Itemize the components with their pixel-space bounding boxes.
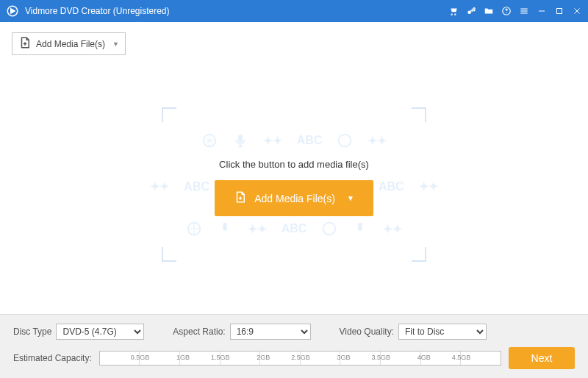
svg-point-1 bbox=[467, 10, 471, 14]
svg-rect-6 bbox=[520, 13, 527, 13]
svg-rect-15 bbox=[359, 223, 363, 231]
svg-rect-10 bbox=[238, 135, 243, 143]
footer: Disc Type DVD-5 (4.7G) Aspect Ratio: 16:… bbox=[0, 314, 588, 378]
svg-rect-13 bbox=[223, 223, 227, 231]
minimize-icon[interactable] bbox=[537, 6, 547, 16]
disc-type-label: Disc Type bbox=[13, 327, 51, 337]
app-title: Vidmore DVD Creator (Unregistered) bbox=[25, 6, 448, 16]
capacity-label: Estimated Capacity: bbox=[13, 353, 92, 363]
capacity-ruler: 0.5GB 1GB 1.5GB 2GB 2.5GB 3GB 3.5GB 4GB … bbox=[99, 351, 501, 365]
titlebar: Vidmore DVD Creator (Unregistered) bbox=[0, 0, 588, 22]
dropzone[interactable]: ✦✦ ABC ✦✦ Click the button to add media … bbox=[162, 107, 426, 262]
menu-icon[interactable] bbox=[519, 6, 529, 16]
svg-rect-8 bbox=[557, 9, 562, 14]
app-logo-icon bbox=[6, 4, 19, 18]
key-icon[interactable] bbox=[466, 6, 476, 16]
corner-marker bbox=[412, 107, 426, 122]
add-media-small-button[interactable]: Add Media File(s) ▼ bbox=[12, 32, 126, 55]
add-media-big-label: Add Media File(s) bbox=[254, 193, 335, 204]
aspect-ratio-select[interactable]: 16:9 bbox=[230, 324, 311, 340]
svg-rect-4 bbox=[520, 9, 527, 10]
corner-marker bbox=[412, 247, 426, 262]
add-media-small-label: Add Media File(s) bbox=[36, 39, 105, 49]
video-quality-label: Video Quality: bbox=[340, 327, 395, 337]
disc-type-select[interactable]: DVD-5 (4.7G) bbox=[56, 324, 144, 340]
file-add-icon bbox=[18, 36, 32, 51]
next-button[interactable]: Next bbox=[509, 347, 575, 369]
dropzone-hint: Click the button to add media file(s) bbox=[219, 159, 369, 170]
corner-marker bbox=[162, 107, 176, 122]
folder-icon[interactable] bbox=[484, 6, 494, 16]
file-add-icon bbox=[234, 190, 247, 206]
help-icon[interactable] bbox=[501, 6, 512, 16]
svg-rect-5 bbox=[520, 10, 527, 11]
cart-icon[interactable] bbox=[448, 6, 459, 16]
chevron-down-icon: ▼ bbox=[347, 194, 354, 202]
corner-marker bbox=[162, 247, 176, 262]
close-icon[interactable] bbox=[572, 6, 582, 16]
add-media-big-button[interactable]: Add Media File(s) ▼ bbox=[215, 180, 373, 216]
aspect-ratio-label: Aspect Ratio: bbox=[173, 327, 225, 337]
svg-rect-7 bbox=[539, 11, 545, 12]
maximize-icon[interactable] bbox=[554, 6, 564, 16]
watermark-row: ✦✦ ABC ✦✦ bbox=[201, 132, 387, 149]
svg-point-3 bbox=[506, 13, 506, 13]
chevron-down-icon: ▼ bbox=[112, 40, 119, 48]
video-quality-select[interactable]: Fit to Disc bbox=[398, 324, 487, 340]
svg-point-14 bbox=[323, 223, 336, 235]
toolbar: Add Media File(s) ▼ bbox=[0, 22, 588, 55]
main-area: ✦✦ ABC ✦✦ Click the button to add media … bbox=[0, 55, 588, 314]
watermark-row: ✦✦ ABC ✦✦ bbox=[186, 221, 403, 237]
svg-point-11 bbox=[339, 135, 351, 147]
